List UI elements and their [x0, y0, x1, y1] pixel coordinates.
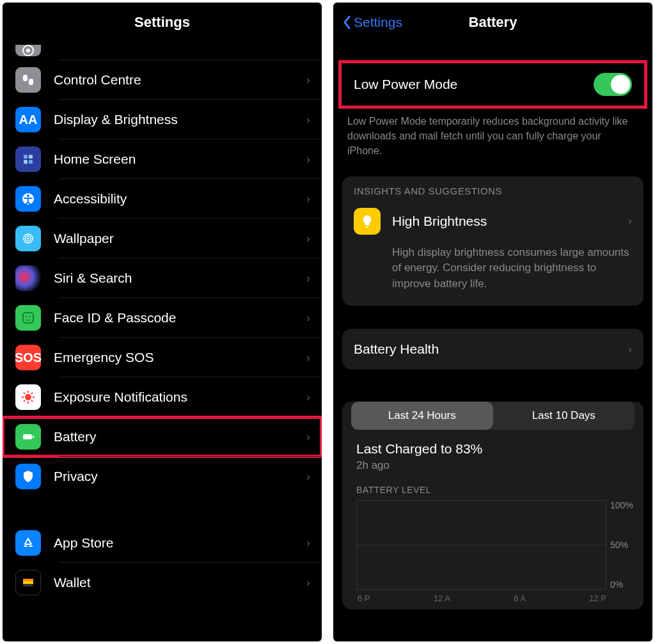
nav-bar: Settings	[3, 3, 322, 42]
battery-icon	[15, 424, 41, 450]
x-label: 12 P	[589, 593, 606, 603]
privacy-icon	[15, 464, 41, 489]
faceid-icon	[15, 305, 41, 331]
row-label: Battery	[54, 429, 306, 444]
row-label: Accessibility	[54, 191, 306, 207]
chevron-right-icon: ›	[306, 232, 310, 246]
chevron-right-icon: ›	[628, 343, 632, 356]
settings-row-wallpaper[interactable]: Wallpaper›	[3, 219, 322, 258]
settings-row-general[interactable]	[3, 42, 322, 60]
low-power-label: Low Power Mode	[354, 77, 594, 92]
svg-rect-7	[29, 160, 33, 164]
sos-icon: SOS	[15, 345, 41, 370]
x-label: 12 A	[434, 593, 450, 603]
battery-health-row[interactable]: Battery Health ›	[342, 329, 643, 370]
y-label: 100%	[610, 500, 638, 510]
insights-card: INSIGHTS AND SUGGESTIONS High Brightness…	[342, 177, 643, 306]
svg-rect-29	[23, 581, 33, 584]
battery-health-card: Battery Health ›	[342, 329, 643, 370]
svg-point-12	[28, 238, 29, 240]
tab-last-24-hours[interactable]: Last 24 Hours	[351, 402, 493, 430]
wallet-icon	[15, 570, 41, 595]
svg-rect-6	[24, 160, 28, 164]
last-charged-title: Last Charged to 83%	[356, 441, 629, 457]
chevron-right-icon: ›	[306, 351, 310, 365]
svg-rect-28	[23, 579, 33, 581]
chart-area	[356, 500, 606, 590]
settings-row-exposure[interactable]: Exposure Notifications›	[3, 377, 322, 417]
svg-line-24	[24, 400, 25, 402]
exposure-icon	[15, 384, 41, 410]
row-label: Face ID & Passcode	[54, 310, 306, 326]
x-axis-labels: 6 P 12 A 6 A 12 P	[356, 590, 638, 603]
settings-row-siri[interactable]: Siri & Search›	[3, 258, 322, 298]
row-label: Wallpaper	[54, 231, 306, 246]
tab-last-10-days[interactable]: Last 10 Days	[493, 402, 635, 430]
settings-row-battery[interactable]: Battery›	[3, 417, 322, 457]
nav-bar: Settings Battery	[333, 3, 652, 42]
x-label: 6 P	[358, 593, 370, 603]
row-label: Emergency SOS	[54, 350, 306, 365]
chevron-right-icon: ›	[306, 470, 310, 483]
settings-row-home[interactable]: Home Screen›	[3, 139, 322, 179]
settings-list[interactable]: Control Centre›AADisplay & Brightness›Ho…	[3, 42, 322, 641]
svg-rect-3	[29, 79, 33, 85]
battery-content[interactable]: Low Power Mode Low Power Mode temporaril…	[333, 42, 652, 641]
battery-screen: Settings Battery Low Power Mode Low Powe…	[333, 3, 652, 641]
nav-title: Battery	[469, 14, 517, 31]
battery-level-chart: BATTERY LEVEL 100% 50% 0% 6 P	[342, 481, 643, 609]
svg-point-16	[25, 394, 31, 400]
y-label: 50%	[610, 540, 638, 550]
insight-description: High display brightness consumes large a…	[342, 241, 643, 306]
last-charged-block: Last Charged to 83% 2h ago	[342, 439, 643, 481]
appstore-icon	[15, 530, 41, 556]
settings-row-sos[interactable]: SOSEmergency SOS›	[3, 338, 322, 377]
settings-screen: Settings Control Centre›AADisplay & Brig…	[3, 3, 322, 641]
settings-row-wallet[interactable]: Wallet›	[3, 563, 322, 602]
time-range-segment[interactable]: Last 24 Hours Last 10 Days	[351, 402, 635, 430]
access-icon	[15, 186, 41, 212]
chevron-left-icon	[342, 15, 351, 30]
back-button[interactable]: Settings	[342, 15, 402, 30]
chevron-right-icon: ›	[306, 576, 310, 590]
row-label: App Store	[54, 535, 306, 551]
svg-point-9	[27, 194, 29, 197]
settings-row-display[interactable]: AADisplay & Brightness›	[3, 100, 322, 139]
low-power-mode-row[interactable]: Low Power Mode	[340, 61, 646, 107]
insights-header: INSIGHTS AND SUGGESTIONS	[342, 177, 643, 201]
settings-row-faceid[interactable]: Face ID & Passcode›	[3, 298, 322, 338]
svg-point-1	[26, 49, 30, 52]
svg-point-14	[26, 316, 27, 317]
settings-row-access[interactable]: Accessibility›	[3, 179, 322, 219]
settings-row-privacy[interactable]: Privacy›	[3, 457, 322, 496]
chevron-right-icon: ›	[306, 113, 310, 127]
svg-point-15	[29, 316, 31, 317]
x-label: 6 A	[514, 593, 526, 603]
chevron-right-icon: ›	[306, 391, 310, 404]
display-icon: AA	[15, 107, 41, 132]
insight-row[interactable]: High Brightness ›	[342, 201, 643, 241]
chevron-right-icon: ›	[306, 537, 310, 550]
low-power-toggle[interactable]	[594, 73, 632, 96]
svg-rect-4	[24, 155, 28, 159]
row-label: Exposure Notifications	[54, 389, 306, 405]
svg-rect-25	[23, 434, 32, 439]
row-label: Wallet	[54, 575, 306, 590]
chevron-right-icon: ›	[306, 74, 310, 87]
last-charged-sub: 2h ago	[356, 459, 629, 472]
settings-row-appstore[interactable]: App Store›	[3, 523, 322, 563]
home-icon	[15, 146, 41, 172]
chevron-right-icon: ›	[628, 214, 632, 228]
nav-title: Settings	[134, 14, 190, 31]
chevron-right-icon: ›	[306, 153, 310, 166]
low-power-row-highlight: Low Power Mode	[340, 61, 646, 107]
svg-rect-26	[33, 436, 34, 438]
row-label: Privacy	[54, 469, 306, 484]
svg-rect-2	[23, 75, 28, 81]
insight-title: High Brightness	[392, 214, 628, 229]
chevron-right-icon: ›	[306, 272, 310, 285]
row-label: Home Screen	[54, 152, 306, 167]
chevron-right-icon: ›	[306, 311, 310, 325]
bulb-icon	[354, 208, 381, 235]
settings-row-control[interactable]: Control Centre›	[3, 60, 322, 100]
